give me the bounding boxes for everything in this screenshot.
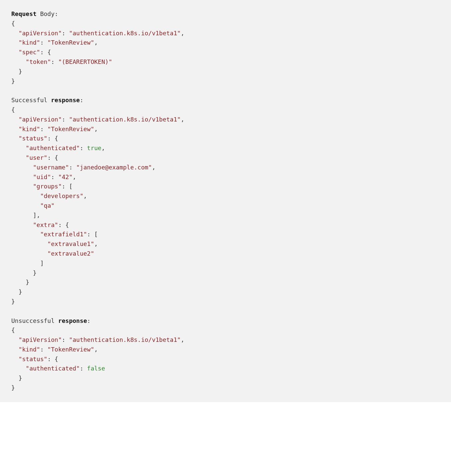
brace-close: } xyxy=(11,78,15,85)
json-key-groups: "groups" xyxy=(33,183,62,190)
json-value-apiversion: "authentication.k8s.io/v1beta1" xyxy=(69,116,181,123)
json-value-group2: "qa" xyxy=(40,202,55,209)
json-value-uid: "42" xyxy=(58,173,73,180)
section-label-successful: response xyxy=(51,97,80,104)
json-value-kind: "TokenReview" xyxy=(47,346,94,353)
json-key-authenticated: "authenticated" xyxy=(26,144,80,151)
json-value-apiversion: "authentication.k8s.io/v1beta1" xyxy=(69,336,181,343)
json-key-kind: "kind" xyxy=(19,346,40,353)
json-value-kind: "TokenReview" xyxy=(47,39,94,46)
json-value-group1: "developers" xyxy=(40,192,83,199)
json-value-kind: "TokenReview" xyxy=(47,125,94,132)
section-label-unsuccessful: response xyxy=(58,317,87,324)
json-key-user: "user" xyxy=(26,154,47,161)
json-key-kind: "kind" xyxy=(19,39,40,46)
section-label-request: Request xyxy=(11,10,37,17)
section-label-successful-post: : xyxy=(80,97,83,104)
json-value-token: "(BEARERTOKEN)" xyxy=(58,58,112,65)
json-key-status: "status" xyxy=(19,135,48,142)
json-key-extrafield1: "extrafield1" xyxy=(40,231,87,238)
brace-open: { xyxy=(11,20,15,27)
json-key-token: "token" xyxy=(26,58,51,65)
json-value-false: false xyxy=(87,365,105,372)
json-key-username: "username" xyxy=(33,164,69,171)
section-label-unsuccessful-post: : xyxy=(87,317,91,324)
json-value-extravalue2: "extravalue2" xyxy=(47,250,94,257)
section-label-unsuccessful-pre: Unsuccessful xyxy=(11,317,58,324)
json-key-status: "status" xyxy=(19,356,48,362)
json-value-extravalue1: "extravalue1" xyxy=(47,240,94,247)
json-key-extra: "extra" xyxy=(33,221,58,228)
json-key-spec: "spec" xyxy=(19,49,40,56)
section-label-request-rest: Body: xyxy=(37,10,58,17)
json-key-authenticated: "authenticated" xyxy=(26,365,80,372)
json-key-apiversion: "apiVersion" xyxy=(19,30,62,37)
json-key-kind: "kind" xyxy=(19,125,40,132)
code-block: Request Body: { "apiVersion": "authentic… xyxy=(0,0,451,402)
json-key-uid: "uid" xyxy=(33,173,51,180)
json-key-apiversion: "apiVersion" xyxy=(19,116,62,123)
json-value-true: true xyxy=(87,144,101,151)
json-value-apiversion: "authentication.k8s.io/v1beta1" xyxy=(69,30,181,37)
json-key-apiversion: "apiVersion" xyxy=(19,336,62,343)
json-value-username: "janedoe@example.com" xyxy=(76,164,152,171)
section-label-successful-pre: Successful xyxy=(11,97,51,104)
